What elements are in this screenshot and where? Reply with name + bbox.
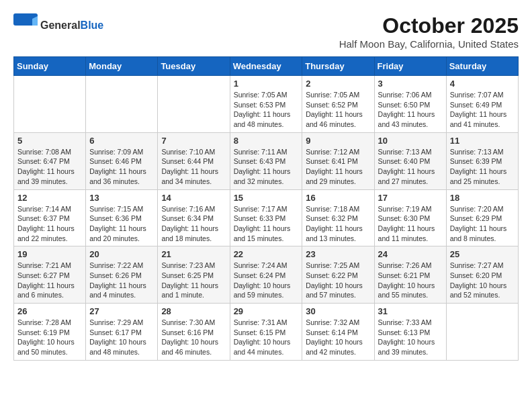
day-number: 31 bbox=[378, 306, 443, 316]
logo-blue: Blue bbox=[81, 19, 104, 31]
day-info: Sunrise: 7:05 AM Sunset: 6:53 PM Dayligh… bbox=[234, 90, 299, 130]
day-number: 30 bbox=[306, 306, 370, 316]
day-number: 20 bbox=[89, 249, 154, 259]
calendar-cell bbox=[158, 76, 230, 133]
day-info: Sunrise: 7:32 AM Sunset: 6:14 PM Dayligh… bbox=[306, 318, 370, 357]
weekday-header-row: SundayMondayTuesdayWednesdayThursdayFrid… bbox=[14, 57, 519, 76]
day-info: Sunrise: 7:21 AM Sunset: 6:27 PM Dayligh… bbox=[17, 261, 82, 300]
day-info: Sunrise: 7:26 AM Sunset: 6:21 PM Dayligh… bbox=[378, 261, 443, 300]
calendar-week-row: 19Sunrise: 7:21 AM Sunset: 6:27 PM Dayli… bbox=[14, 246, 519, 304]
day-number: 3 bbox=[378, 79, 443, 89]
day-number: 23 bbox=[306, 249, 370, 259]
day-number: 15 bbox=[234, 193, 299, 203]
logo-general: General bbox=[40, 19, 81, 31]
day-info: Sunrise: 7:19 AM Sunset: 6:30 PM Dayligh… bbox=[378, 204, 443, 244]
day-number: 2 bbox=[306, 79, 370, 89]
day-number: 28 bbox=[161, 306, 226, 316]
day-number: 7 bbox=[161, 136, 226, 146]
day-info: Sunrise: 7:11 AM Sunset: 6:43 PM Dayligh… bbox=[234, 147, 299, 187]
day-info: Sunrise: 7:07 AM Sunset: 6:49 PM Dayligh… bbox=[450, 90, 515, 130]
day-info: Sunrise: 7:16 AM Sunset: 6:34 PM Dayligh… bbox=[161, 204, 226, 244]
calendar-cell: 26Sunrise: 7:28 AM Sunset: 6:19 PM Dayli… bbox=[14, 304, 86, 361]
day-number: 6 bbox=[89, 136, 154, 146]
calendar-cell bbox=[14, 76, 86, 133]
calendar-cell: 19Sunrise: 7:21 AM Sunset: 6:27 PM Dayli… bbox=[14, 246, 86, 304]
day-info: Sunrise: 7:12 AM Sunset: 6:41 PM Dayligh… bbox=[306, 147, 370, 187]
day-info: Sunrise: 7:18 AM Sunset: 6:32 PM Dayligh… bbox=[306, 204, 370, 244]
calendar-cell: 18Sunrise: 7:20 AM Sunset: 6:29 PM Dayli… bbox=[446, 189, 518, 246]
calendar-cell bbox=[446, 304, 518, 361]
day-number: 8 bbox=[234, 136, 299, 146]
day-number: 27 bbox=[89, 306, 154, 316]
day-number: 12 bbox=[17, 193, 82, 203]
day-info: Sunrise: 7:13 AM Sunset: 6:39 PM Dayligh… bbox=[450, 147, 515, 187]
calendar-cell: 13Sunrise: 7:15 AM Sunset: 6:36 PM Dayli… bbox=[86, 189, 158, 246]
svg-rect-1 bbox=[13, 26, 38, 38]
calendar-cell: 28Sunrise: 7:30 AM Sunset: 6:16 PM Dayli… bbox=[158, 304, 230, 361]
day-number: 19 bbox=[17, 249, 82, 259]
day-info: Sunrise: 7:09 AM Sunset: 6:46 PM Dayligh… bbox=[89, 147, 154, 187]
day-number: 17 bbox=[378, 193, 443, 203]
day-info: Sunrise: 7:31 AM Sunset: 6:15 PM Dayligh… bbox=[234, 318, 299, 357]
calendar-cell: 31Sunrise: 7:33 AM Sunset: 6:13 PM Dayli… bbox=[374, 304, 446, 361]
day-info: Sunrise: 7:24 AM Sunset: 6:24 PM Dayligh… bbox=[234, 261, 299, 300]
day-number: 24 bbox=[378, 249, 443, 259]
calendar-cell: 11Sunrise: 7:13 AM Sunset: 6:39 PM Dayli… bbox=[446, 132, 518, 189]
calendar-cell: 23Sunrise: 7:25 AM Sunset: 6:22 PM Dayli… bbox=[302, 246, 374, 304]
day-number: 25 bbox=[450, 249, 515, 259]
day-info: Sunrise: 7:20 AM Sunset: 6:29 PM Dayligh… bbox=[450, 204, 515, 244]
day-number: 9 bbox=[306, 136, 370, 146]
calendar-cell: 4Sunrise: 7:07 AM Sunset: 6:49 PM Daylig… bbox=[446, 76, 518, 133]
calendar-cell: 16Sunrise: 7:18 AM Sunset: 6:32 PM Dayli… bbox=[302, 189, 374, 246]
calendar-week-row: 1Sunrise: 7:05 AM Sunset: 6:53 PM Daylig… bbox=[14, 76, 519, 133]
calendar-cell: 8Sunrise: 7:11 AM Sunset: 6:43 PM Daylig… bbox=[230, 132, 302, 189]
day-info: Sunrise: 7:08 AM Sunset: 6:47 PM Dayligh… bbox=[17, 147, 82, 187]
day-number: 13 bbox=[89, 193, 154, 203]
day-info: Sunrise: 7:28 AM Sunset: 6:19 PM Dayligh… bbox=[17, 318, 82, 357]
logo-icon bbox=[13, 13, 38, 38]
calendar-cell: 15Sunrise: 7:17 AM Sunset: 6:33 PM Dayli… bbox=[230, 189, 302, 246]
calendar-week-row: 12Sunrise: 7:14 AM Sunset: 6:37 PM Dayli… bbox=[14, 189, 519, 246]
calendar-table: SundayMondayTuesdayWednesdayThursdayFrid… bbox=[13, 56, 519, 361]
weekday-header: Friday bbox=[374, 57, 446, 76]
day-info: Sunrise: 7:06 AM Sunset: 6:50 PM Dayligh… bbox=[378, 90, 443, 130]
calendar-cell: 17Sunrise: 7:19 AM Sunset: 6:30 PM Dayli… bbox=[374, 189, 446, 246]
day-number: 11 bbox=[450, 136, 515, 146]
calendar-cell: 20Sunrise: 7:22 AM Sunset: 6:26 PM Dayli… bbox=[86, 246, 158, 304]
day-info: Sunrise: 7:22 AM Sunset: 6:26 PM Dayligh… bbox=[89, 261, 154, 300]
day-info: Sunrise: 7:14 AM Sunset: 6:37 PM Dayligh… bbox=[17, 204, 82, 244]
calendar-cell: 27Sunrise: 7:29 AM Sunset: 6:17 PM Dayli… bbox=[86, 304, 158, 361]
weekday-header: Thursday bbox=[302, 57, 374, 76]
day-number: 21 bbox=[161, 249, 226, 259]
calendar-cell: 21Sunrise: 7:23 AM Sunset: 6:25 PM Dayli… bbox=[158, 246, 230, 304]
day-info: Sunrise: 7:30 AM Sunset: 6:16 PM Dayligh… bbox=[161, 318, 226, 357]
weekday-header: Wednesday bbox=[230, 57, 302, 76]
calendar-cell: 1Sunrise: 7:05 AM Sunset: 6:53 PM Daylig… bbox=[230, 76, 302, 133]
weekday-header: Tuesday bbox=[158, 57, 230, 76]
calendar-week-row: 5Sunrise: 7:08 AM Sunset: 6:47 PM Daylig… bbox=[14, 132, 519, 189]
calendar-cell: 25Sunrise: 7:27 AM Sunset: 6:20 PM Dayli… bbox=[446, 246, 518, 304]
weekday-header: Monday bbox=[86, 57, 158, 76]
day-number: 22 bbox=[234, 249, 299, 259]
day-info: Sunrise: 7:29 AM Sunset: 6:17 PM Dayligh… bbox=[89, 318, 154, 357]
weekday-header: Saturday bbox=[446, 57, 518, 76]
calendar-cell: 30Sunrise: 7:32 AM Sunset: 6:14 PM Dayli… bbox=[302, 304, 374, 361]
calendar-week-row: 26Sunrise: 7:28 AM Sunset: 6:19 PM Dayli… bbox=[14, 304, 519, 361]
calendar-cell: 24Sunrise: 7:26 AM Sunset: 6:21 PM Dayli… bbox=[374, 246, 446, 304]
calendar-cell: 7Sunrise: 7:10 AM Sunset: 6:44 PM Daylig… bbox=[158, 132, 230, 189]
day-info: Sunrise: 7:10 AM Sunset: 6:44 PM Dayligh… bbox=[161, 147, 226, 187]
day-number: 4 bbox=[450, 79, 515, 89]
day-info: Sunrise: 7:15 AM Sunset: 6:36 PM Dayligh… bbox=[89, 204, 154, 244]
day-info: Sunrise: 7:23 AM Sunset: 6:25 PM Dayligh… bbox=[161, 261, 226, 300]
calendar-cell: 2Sunrise: 7:05 AM Sunset: 6:52 PM Daylig… bbox=[302, 76, 374, 133]
calendar-cell: 12Sunrise: 7:14 AM Sunset: 6:37 PM Dayli… bbox=[14, 189, 86, 246]
day-number: 16 bbox=[306, 193, 370, 203]
page-header: GeneralBlue October 2025 Half Moon Bay, … bbox=[13, 13, 519, 50]
calendar-cell: 6Sunrise: 7:09 AM Sunset: 6:46 PM Daylig… bbox=[86, 132, 158, 189]
calendar-cell: 5Sunrise: 7:08 AM Sunset: 6:47 PM Daylig… bbox=[14, 132, 86, 189]
title-block: October 2025 Half Moon Bay, California, … bbox=[339, 13, 519, 50]
day-info: Sunrise: 7:25 AM Sunset: 6:22 PM Dayligh… bbox=[306, 261, 370, 300]
day-info: Sunrise: 7:33 AM Sunset: 6:13 PM Dayligh… bbox=[378, 318, 443, 357]
location-title: Half Moon Bay, California, United States bbox=[339, 38, 519, 50]
weekday-header: Sunday bbox=[14, 57, 86, 76]
